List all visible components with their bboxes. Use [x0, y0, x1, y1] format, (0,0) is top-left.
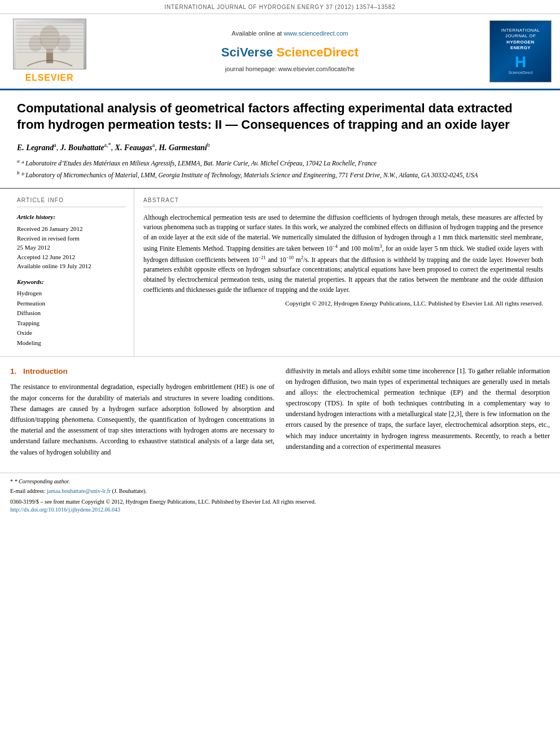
abstract-text: Although electrochemical permeation test… — [143, 213, 543, 308]
main-body: 1. Introduction The resistance to enviro… — [0, 357, 560, 467]
intro-two-col: 1. Introduction The resistance to enviro… — [10, 366, 550, 461]
keyword-oxide: Oxide — [17, 328, 126, 338]
elsevier-image — [13, 19, 86, 69]
keyword-modeling: Modeling — [17, 338, 126, 348]
journal-header: ELSEVIER Available online at www.science… — [0, 14, 560, 90]
abstract-label: ABSTRACT — [143, 196, 543, 207]
publisher-logo-area: ELSEVIER — [6, 19, 93, 84]
history-title: Article history: — [17, 213, 126, 221]
abstract-copyright: Copyright © 2012, Hydrogen Energy Public… — [143, 299, 543, 308]
page-wrapper: INTERNATIONAL JOURNAL OF HYDROGEN ENERGY… — [0, 0, 560, 517]
article-info-label: ARTICLE INFO — [17, 196, 126, 207]
elsevier-text-label: ELSEVIER — [25, 72, 74, 84]
journal-top-bar: INTERNATIONAL JOURNAL OF HYDROGEN ENERGY… — [0, 0, 560, 14]
footer-doi: http://dx.doi.org/10.1016/j.ijhydene.201… — [10, 506, 550, 514]
journal-cover-area: International Journal ofHYDROGENENERGY H… — [487, 19, 554, 84]
cover-h-letter: H — [515, 54, 526, 70]
author-2: J. Bouhattate — [60, 143, 104, 151]
author-email-link[interactable]: jamaa.bouhattate@univ-lr.fr — [47, 488, 111, 494]
accepted: Accepted 12 June 2012 — [17, 252, 126, 262]
svg-point-4 — [57, 35, 71, 52]
footnote-corresponding: * * Corresponding author. — [10, 478, 550, 486]
keyword-diffusion: Diffusion — [17, 308, 126, 318]
author-4: H. Garmestani — [159, 143, 207, 151]
sciencedirect-label: ScienceDirect — [277, 44, 359, 62]
article-title-section: Computational analysis of geometrical fa… — [0, 90, 560, 188]
section-number: 1. — [10, 367, 16, 375]
journal-homepage-text: journal homepage: www.elsevier.com/locat… — [225, 65, 355, 73]
received-1: Received 26 January 2012 — [17, 224, 126, 234]
sciverse-label: SciVerse — [221, 44, 273, 62]
journal-header-center: Available online at www.sciencedirect.co… — [99, 19, 481, 84]
svg-rect-2 — [46, 49, 53, 63]
available-online: Available online 19 July 2012 — [17, 261, 126, 271]
elsevier-logo: ELSEVIER — [13, 19, 86, 84]
article-title: Computational analysis of geometrical fa… — [17, 101, 543, 133]
svg-point-3 — [29, 35, 42, 52]
intro-para-right: diffusivity in metals and alloys exhibit… — [286, 366, 550, 453]
received-revised-date: 25 May 2012 — [17, 243, 126, 252]
affiliation-2: b ᵇ Laboratory of Micromechanics of Mate… — [17, 169, 543, 180]
received-revised-label: Received in revised form — [17, 234, 126, 243]
journal-top-bar-text: INTERNATIONAL JOURNAL OF HYDROGEN ENERGY… — [164, 4, 395, 10]
article-info-col: ARTICLE INFO Article history: Received 2… — [10, 189, 134, 356]
cover-title: International Journal ofHYDROGENENERGY — [493, 28, 548, 51]
body-col-right: diffusivity in metals and alloys exhibit… — [286, 366, 550, 461]
keyword-hydrogen: Hydrogen — [17, 289, 126, 299]
keyword-trapping: Trapping — [17, 318, 126, 329]
sciencedirect-link[interactable]: www.sciencedirect.com — [283, 30, 348, 37]
author-3: X. Feaugas — [115, 143, 152, 151]
article-meta-section: ARTICLE INFO Article history: Received 2… — [0, 189, 560, 357]
journal-cover-image: International Journal ofHYDROGENENERGY H… — [489, 20, 552, 82]
authors-line: E. Legranda, J. Bouhattatea,*, X. Feauga… — [17, 141, 543, 153]
available-online-text: Available online at www.sciencedirect.co… — [231, 29, 348, 38]
svg-point-1 — [40, 25, 60, 50]
affiliation-1: a ᵃ Laboratoire d’Etudes des Matériaux e… — [17, 158, 543, 168]
keywords-title: Keywords: — [17, 278, 126, 286]
doi-link[interactable]: http://dx.doi.org/10.1016/j.ijhydene.201… — [10, 506, 120, 513]
footer-copyright: 0360-3199/$ – see front matter Copyright… — [10, 497, 550, 506]
section-title: Introduction — [23, 367, 68, 375]
page-footer: * * Corresponding author. E-mail address… — [0, 473, 560, 517]
author-1: E. Legrand — [17, 143, 54, 151]
keyword-permeation: Permeation — [17, 299, 126, 309]
sciverse-brand: SciVerse ScienceDirect — [221, 44, 358, 62]
footnote-email: E-mail address: jamaa.bouhattate@univ-lr… — [10, 487, 550, 495]
intro-para-left: The resistance to environmental degradat… — [10, 382, 274, 457]
abstract-col: ABSTRACT Although electrochemical permea… — [134, 189, 550, 356]
body-col-left: 1. Introduction The resistance to enviro… — [10, 366, 274, 461]
intro-heading: 1. Introduction — [10, 366, 274, 378]
cover-sub: ScienceDirect — [508, 70, 532, 76]
